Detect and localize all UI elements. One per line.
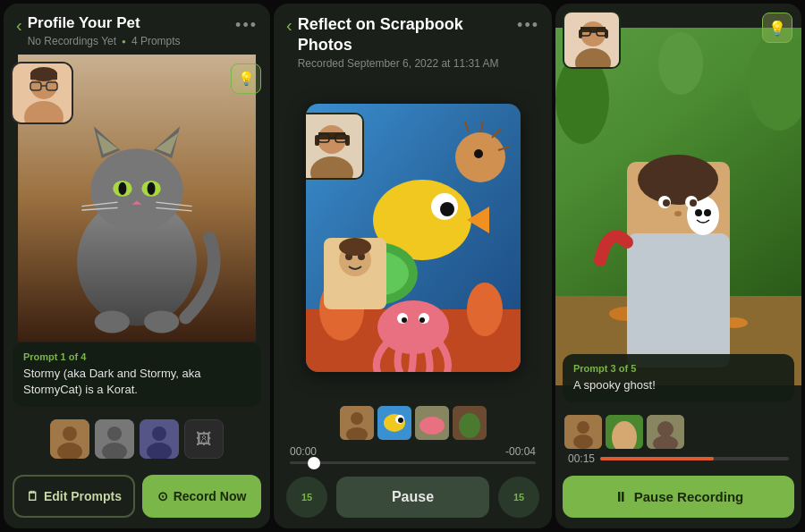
- lightbulb-right-button[interactable]: 💡: [762, 13, 792, 43]
- svg-point-41: [440, 202, 454, 216]
- svg-point-99: [690, 199, 697, 207]
- right-thumb-1[interactable]: [564, 415, 602, 449]
- mid-more-button[interactable]: •••: [517, 16, 539, 35]
- right-prompt-label: Prompt 3 of 5: [573, 363, 784, 374]
- thumb-2[interactable]: [95, 419, 134, 459]
- thumb-1-img: [50, 419, 89, 459]
- svg-point-100: [674, 211, 682, 216]
- pause-button[interactable]: Pause: [336, 477, 489, 518]
- svg-point-78: [398, 418, 403, 423]
- thumb-3[interactable]: [140, 419, 179, 459]
- svg-rect-104: [580, 27, 606, 32]
- svg-point-86: [658, 32, 703, 95]
- right-prompt-box: Prompt 3 of 5 A spooky ghost!: [563, 354, 794, 402]
- right-timeline: 00:15: [555, 410, 801, 467]
- back-icon[interactable]: ‹: [16, 16, 22, 34]
- svg-point-9: [118, 182, 126, 195]
- mid-back-icon[interactable]: ‹: [286, 16, 292, 34]
- cat-photo-area: 💡: [4, 55, 270, 342]
- svg-point-27: [63, 426, 77, 441]
- scrapbook-user-overlay: [306, 113, 364, 180]
- timeline-thumb-1[interactable]: [340, 406, 374, 440]
- svg-point-102: [580, 21, 606, 46]
- thumb-3-img: [140, 419, 179, 459]
- right-timeline-thumbs: [564, 415, 792, 449]
- right-timeline-bar[interactable]: [600, 457, 789, 460]
- mid-header: ‹ Reflect on Scrapbook Photos Recorded S…: [274, 4, 552, 77]
- left-prompt-box: Prompt 1 of 4 Stormy (aka Dark and Storm…: [13, 342, 261, 407]
- timeline-thumbs: [286, 406, 539, 440]
- mid-header-left: ‹ Reflect on Scrapbook Photos Recorded S…: [286, 14, 517, 70]
- playback-controls: 15 Pause 15: [274, 471, 552, 528]
- svg-point-82: [459, 413, 480, 438]
- left-more-button[interactable]: •••: [235, 16, 258, 35]
- svg-point-62: [339, 238, 371, 256]
- left-prompt-label: Prompt 1 of 4: [23, 351, 250, 362]
- user-avatar-overlay: [11, 62, 73, 124]
- left-thumb-strip: 🖼: [4, 414, 270, 466]
- svg-point-111: [577, 421, 589, 434]
- record-now-button[interactable]: ⊙ Record Now: [142, 475, 261, 518]
- right-panel: 💡 Prompt 3 of 5 A spooky ghost! 00:15: [555, 4, 801, 528]
- svg-rect-66: [318, 132, 345, 139]
- dot-separator: ●: [122, 38, 126, 46]
- timeline-bar[interactable]: [290, 461, 536, 464]
- thumb-1[interactable]: [50, 419, 89, 459]
- pause-icon: ⏸: [614, 489, 627, 504]
- left-panel-title: Profile Your Pet: [28, 14, 181, 32]
- lightbulb-left-button[interactable]: 💡: [231, 63, 261, 94]
- left-panel: ‹ Profile Your Pet No Recordings Yet ● 4…: [4, 4, 270, 528]
- svg-point-30: [107, 426, 122, 441]
- pause-recording-label: Pause Recording: [634, 489, 744, 504]
- mid-title-block: Reflect on Scrapbook Photos Recorded Sep…: [298, 14, 517, 70]
- skip-back-button[interactable]: 15: [286, 477, 327, 518]
- timeline-time-row: 00:00 -00:04: [286, 445, 539, 458]
- svg-rect-25: [30, 72, 57, 80]
- svg-point-17: [144, 311, 179, 334]
- svg-point-97: [663, 199, 670, 207]
- svg-point-93: [695, 209, 702, 216]
- scrapbook-card: [306, 104, 521, 372]
- time-remaining: -00:04: [505, 445, 536, 458]
- skip-fwd-button[interactable]: 15: [498, 477, 539, 518]
- mid-panel-title: Reflect on Scrapbook Photos: [298, 14, 517, 55]
- right-thumb-2[interactable]: [606, 415, 643, 449]
- svg-point-116: [657, 421, 674, 437]
- record-icon: ⊙: [157, 489, 168, 503]
- record-now-label: Record Now: [174, 489, 247, 503]
- right-user-overlay: [563, 11, 621, 69]
- timeline-thumb-4[interactable]: [453, 406, 487, 440]
- svg-point-53: [474, 149, 483, 158]
- edit-prompts-button[interactable]: 🗒 Edit Prompts: [13, 475, 135, 518]
- timeline-scrubber[interactable]: [308, 457, 320, 469]
- left-title-block: Profile Your Pet No Recordings Yet ● 4 P…: [28, 14, 181, 47]
- mid-panel: ‹ Reflect on Scrapbook Photos Recorded S…: [274, 4, 552, 528]
- right-thumb-3[interactable]: [647, 415, 684, 449]
- edit-icon: 🗒: [26, 489, 38, 503]
- right-time-row: 00:15: [564, 452, 792, 465]
- image-icon: 🖼: [196, 430, 212, 449]
- left-panel-subtitle: No Recordings Yet ● 4 Prompts: [28, 35, 181, 47]
- add-photo-button[interactable]: 🖼: [184, 419, 224, 459]
- left-bottom-bar: 🗒 Edit Prompts ⊙ Record Now: [4, 466, 270, 528]
- right-photo-area: 💡 Prompt 3 of 5 A spooky ghost!: [555, 4, 801, 410]
- svg-point-10: [148, 182, 156, 195]
- svg-point-16: [95, 311, 130, 334]
- svg-point-73: [351, 412, 363, 425]
- right-time-current: 00:15: [568, 452, 595, 465]
- left-header: ‹ Profile Your Pet No Recordings Yet ● 4…: [4, 4, 270, 55]
- left-photo-main: 💡: [4, 55, 270, 342]
- user-avatar-svg: [13, 63, 73, 124]
- pause-recording-button[interactable]: ⏸ Pause Recording: [563, 476, 794, 518]
- timeline-thumb-2[interactable]: [377, 406, 411, 440]
- svg-point-33: [152, 426, 166, 441]
- edit-prompts-label: Edit Prompts: [44, 489, 122, 503]
- left-header-left: ‹ Profile Your Pet No Recordings Yet ● 4…: [16, 14, 181, 47]
- timeline-thumb-3[interactable]: [415, 406, 449, 440]
- left-prompt-text: Stormy (aka Dark and Stormy, aka StormyC…: [23, 366, 250, 398]
- right-bottom-bar: ⏸ Pause Recording: [555, 467, 801, 528]
- svg-point-49: [402, 317, 407, 323]
- svg-point-80: [419, 417, 445, 435]
- svg-point-51: [419, 317, 425, 323]
- svg-point-94: [704, 209, 711, 216]
